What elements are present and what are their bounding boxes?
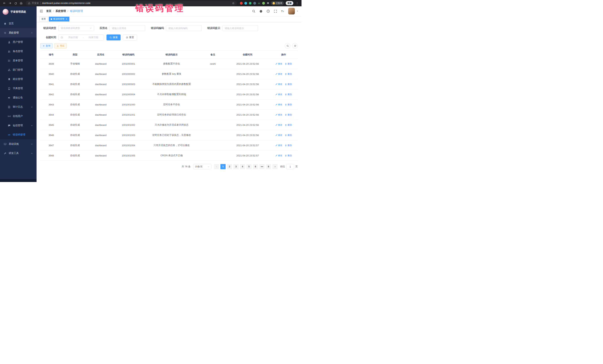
tab-home[interactable]: 首页 bbox=[39, 17, 48, 22]
delete-button[interactable]: 删除 bbox=[285, 83, 292, 86]
date-range-picker[interactable]: 开始日期 - 结束日期 bbox=[58, 34, 104, 40]
help-icon[interactable] bbox=[267, 10, 270, 13]
app-name-label: 应用名 bbox=[100, 26, 107, 30]
font-size-icon[interactable] bbox=[281, 10, 284, 13]
security-label: 不安全 bbox=[32, 2, 39, 5]
sidebar-item-log[interactable]: 审计日志 bbox=[0, 102, 36, 111]
logo-avatar bbox=[3, 9, 9, 15]
breadcrumb-system[interactable]: 系统管理 bbox=[56, 10, 66, 13]
browser-menu-button[interactable] bbox=[294, 0, 300, 6]
sidebar-item-home[interactable]: 首页 bbox=[0, 19, 36, 28]
next-page-button[interactable] bbox=[272, 164, 278, 169]
edit-button[interactable]: 修改 bbox=[275, 134, 282, 137]
edit-button[interactable]: 修改 bbox=[275, 62, 282, 66]
edit-button[interactable]: 修改 bbox=[275, 113, 282, 116]
error-message-input[interactable] bbox=[222, 25, 258, 31]
header-search-icon[interactable] bbox=[252, 10, 255, 13]
calendar-icon bbox=[60, 36, 63, 39]
sidebar-item-sms[interactable]: 短信管理 bbox=[0, 121, 36, 130]
sidebar-item-online[interactable]: 在线用户 bbox=[0, 111, 36, 121]
error-type-select[interactable]: 请选择错误码类型 bbox=[58, 25, 94, 31]
browser-reload-button[interactable] bbox=[13, 0, 18, 6]
col-header-id: 编号 bbox=[40, 51, 62, 59]
goto-page-input[interactable] bbox=[286, 164, 294, 169]
edit-button[interactable]: 修改 bbox=[275, 154, 282, 157]
sidebar-item-dept[interactable]: 部门管理 bbox=[0, 65, 36, 75]
extension-icon[interactable]: V bbox=[249, 2, 252, 5]
edit-button[interactable]: 修改 bbox=[275, 103, 282, 106]
page-number-button[interactable]: 4 bbox=[240, 164, 245, 169]
export-button[interactable]: 导出 bbox=[54, 43, 67, 48]
delete-button[interactable]: 删除 bbox=[285, 103, 292, 106]
extension-icon[interactable] bbox=[262, 2, 265, 5]
sidebar-collapse-icon[interactable] bbox=[39, 9, 43, 13]
delete-button[interactable]: 删除 bbox=[285, 113, 292, 116]
page-number-button[interactable]: 1 bbox=[220, 164, 226, 169]
extension-icon[interactable]: on bbox=[258, 2, 260, 5]
goto-label: 前往 bbox=[280, 165, 285, 168]
toggle-search-button[interactable] bbox=[285, 43, 290, 49]
delete-button[interactable]: 删除 bbox=[285, 123, 292, 127]
user-menu[interactable] bbox=[288, 8, 299, 14]
github-icon[interactable] bbox=[259, 10, 263, 13]
search-button[interactable]: 搜索 bbox=[106, 34, 121, 40]
fullscreen-icon[interactable] bbox=[274, 10, 277, 13]
sidebar-item-post[interactable]: 岗位管理 bbox=[0, 75, 36, 84]
prev-page-button[interactable] bbox=[214, 164, 219, 169]
table-header-row: 编号 类型 应用名 错误码编码 错误码提示 备注 创建时间 操作 bbox=[40, 51, 298, 59]
col-header-type: 类型 bbox=[62, 51, 88, 59]
error-code-input[interactable] bbox=[166, 25, 202, 31]
delete-button[interactable]: 删除 bbox=[285, 93, 292, 96]
extension-icon[interactable] bbox=[244, 2, 247, 5]
edit-button[interactable]: 修改 bbox=[275, 144, 282, 147]
extensions-puzzle-icon[interactable] bbox=[267, 2, 269, 5]
browser-update-button[interactable]: 更新 bbox=[286, 1, 293, 5]
sidebar-item-notice[interactable]: 通知公告 bbox=[0, 93, 36, 102]
delete-button[interactable]: 删除 bbox=[285, 62, 292, 66]
delete-button[interactable]: 删除 bbox=[285, 154, 292, 157]
delete-button[interactable]: 删除 bbox=[285, 144, 292, 147]
sidebar-item-menu[interactable]: 菜单管理 bbox=[0, 56, 36, 65]
paused-extension-chip[interactable]: 已暂停 bbox=[271, 1, 284, 5]
error-code-table: 编号 类型 应用名 错误码编码 错误码提示 备注 创建时间 操作 3939 手动… bbox=[40, 50, 298, 161]
delete-button[interactable]: 删除 bbox=[285, 72, 292, 76]
add-button[interactable]: 新增 bbox=[40, 43, 53, 48]
sidebar-item-user[interactable]: 用户管理 bbox=[0, 37, 36, 47]
edit-button[interactable]: 修改 bbox=[275, 123, 282, 127]
user-icon bbox=[8, 41, 11, 44]
close-tab-icon[interactable] bbox=[66, 18, 68, 20]
sidebar-item-dict[interactable]: 字典管理 bbox=[0, 84, 36, 93]
browser-forward-button[interactable] bbox=[7, 0, 13, 6]
browser-back-button[interactable] bbox=[2, 0, 7, 6]
sidebar-item-role[interactable]: 角色管理 bbox=[0, 47, 36, 56]
page-number-button[interactable]: 2 bbox=[227, 164, 232, 169]
extension-icon[interactable] bbox=[253, 2, 256, 5]
trash-icon bbox=[285, 104, 287, 106]
browser-home-button[interactable] bbox=[19, 0, 24, 6]
breadcrumb-home[interactable]: 首页 bbox=[46, 10, 51, 13]
sidebar-item-infra[interactable]: 基础设施 bbox=[0, 139, 36, 149]
sidebar-item-errorcode[interactable]: 错误码管理 bbox=[0, 130, 36, 139]
reset-button[interactable]: 重置 bbox=[123, 34, 137, 40]
bookmark-star-icon[interactable] bbox=[232, 2, 235, 5]
refresh-table-button[interactable] bbox=[292, 43, 298, 49]
tab-error-code[interactable]: 错误码管理 bbox=[49, 17, 70, 22]
page-number-button[interactable]: 6 bbox=[253, 164, 258, 169]
sidebar-item-devtools[interactable]: 研发工具 bbox=[0, 149, 36, 158]
extension-icon[interactable] bbox=[240, 2, 243, 5]
chevron-down-icon bbox=[208, 166, 209, 168]
sidebar-item-system[interactable]: 系统管理 bbox=[0, 28, 36, 37]
page-number-button[interactable]: 3 bbox=[233, 164, 239, 169]
app-name-input[interactable] bbox=[110, 25, 145, 31]
page-number-button[interactable]: 5 bbox=[246, 164, 252, 169]
trash-icon bbox=[285, 83, 287, 85]
page-number-button[interactable]: ••• bbox=[259, 164, 265, 169]
delete-button[interactable]: 删除 bbox=[285, 134, 292, 137]
edit-button[interactable]: 修改 bbox=[275, 72, 282, 76]
address-bar[interactable]: 不安全 dashboard.yudao.iocoder.cn/system/er… bbox=[26, 1, 237, 6]
page-number-button[interactable]: 8 bbox=[266, 164, 271, 169]
edit-button[interactable]: 修改 bbox=[275, 83, 282, 86]
edit-button[interactable]: 修改 bbox=[275, 93, 282, 96]
sidebar-logo[interactable]: 芋道管理系统 bbox=[0, 6, 36, 17]
page-size-select[interactable]: 10条/页 bbox=[193, 164, 211, 169]
